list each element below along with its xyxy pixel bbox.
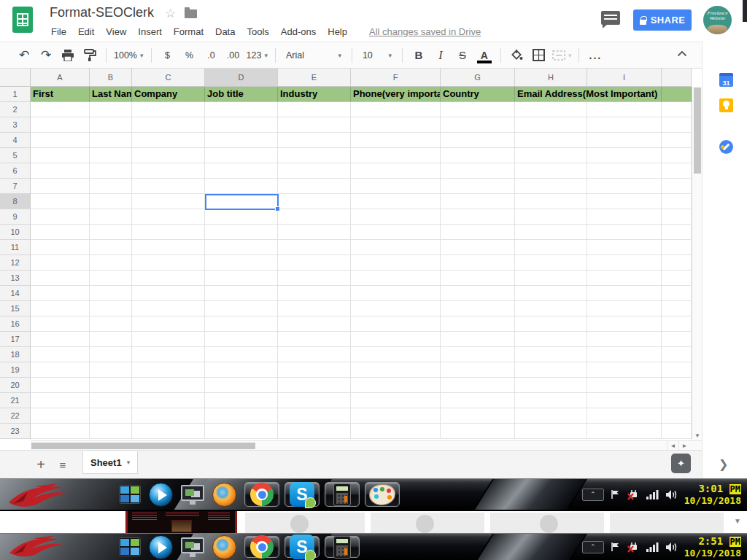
row-header-5[interactable]: 5: [0, 148, 31, 163]
cell-i12[interactable]: [587, 255, 662, 271]
cell-e12[interactable]: [278, 255, 351, 271]
selected-cell-d8[interactable]: [205, 194, 279, 210]
calculator-icon[interactable]: [325, 482, 360, 507]
cell-a13[interactable]: [31, 271, 90, 286]
cell-e16[interactable]: [278, 316, 351, 332]
cell-h14[interactable]: [515, 286, 587, 301]
sheets-logo-icon[interactable]: [12, 5, 34, 34]
cell-b8[interactable]: [90, 194, 132, 209]
cell-g21[interactable]: [441, 393, 515, 408]
cell-i10[interactable]: [587, 225, 662, 240]
cell-a5[interactable]: [31, 148, 90, 163]
cell-e5[interactable]: [278, 148, 351, 163]
menu-tools[interactable]: Tools: [241, 25, 274, 39]
cell-partial9[interactable]: [662, 209, 692, 225]
cell-e18[interactable]: [278, 347, 351, 362]
undo-button[interactable]: ↶: [15, 47, 33, 64]
cell-g15[interactable]: [441, 301, 515, 316]
cell-partial17[interactable]: [662, 332, 692, 347]
display-switch-icon[interactable]: [181, 537, 204, 557]
cell-i4[interactable]: [587, 133, 662, 148]
cell-e17[interactable]: [278, 332, 351, 347]
menu-file[interactable]: File: [45, 25, 72, 39]
skype-icon[interactable]: S: [285, 536, 320, 558]
cell-partial12[interactable]: [662, 255, 692, 271]
cell-a8[interactable]: [31, 194, 90, 209]
google-keep-icon[interactable]: [719, 98, 733, 112]
cell-partial10[interactable]: [662, 225, 692, 240]
cell-g22[interactable]: [441, 408, 515, 424]
cell-h19[interactable]: [515, 362, 587, 378]
saved-status-link[interactable]: All changes saved in Drive: [369, 26, 481, 37]
header-cell-e1[interactable]: Industry: [278, 87, 351, 102]
collapse-toolbar-button[interactable]: [677, 48, 687, 59]
decrease-decimal-button[interactable]: .0: [203, 47, 220, 64]
cell-partial2[interactable]: [662, 102, 692, 117]
cell-a22[interactable]: [31, 408, 90, 424]
cell-partial19[interactable]: [662, 362, 692, 378]
cell-i16[interactable]: [587, 316, 662, 332]
show-hidden-icons-button[interactable]: ⌃: [582, 541, 604, 553]
paint-palette-icon[interactable]: [365, 482, 400, 507]
strikethrough-button[interactable]: S: [454, 47, 471, 64]
cell-f14[interactable]: [351, 286, 441, 301]
row-header-4[interactable]: 4: [0, 133, 31, 148]
cell-c6[interactable]: [132, 163, 205, 179]
cell-d23[interactable]: [205, 424, 278, 439]
header-cell-c1[interactable]: Company: [132, 87, 205, 102]
cell-i15[interactable]: [587, 301, 662, 316]
star-icon[interactable]: ☆: [165, 6, 176, 21]
cell-partial3[interactable]: [662, 117, 692, 133]
cell-d19[interactable]: [205, 362, 278, 378]
cell-b18[interactable]: [90, 347, 132, 362]
firefox-icon[interactable]: [212, 483, 236, 507]
cell-e22[interactable]: [278, 408, 351, 424]
cell-partial7[interactable]: [662, 179, 692, 194]
google-calendar-icon[interactable]: 31: [719, 73, 733, 87]
cell-a18[interactable]: [31, 347, 90, 362]
volume-icon[interactable]: [665, 542, 678, 553]
column-header-d[interactable]: D: [205, 69, 278, 87]
cell-a23[interactable]: [31, 424, 90, 439]
cell-f5[interactable]: [351, 148, 441, 163]
chrome-icon[interactable]: [244, 536, 279, 558]
network-signal-icon[interactable]: [646, 542, 659, 552]
cell-g14[interactable]: [441, 286, 515, 301]
cell-d5[interactable]: [205, 148, 278, 163]
cell-a7[interactable]: [31, 179, 90, 194]
cell-d16[interactable]: [205, 316, 278, 332]
cell-c2[interactable]: [132, 102, 205, 117]
cell-f12[interactable]: [351, 255, 441, 271]
cell-h11[interactable]: [515, 240, 587, 255]
header-cell-partial[interactable]: [662, 87, 692, 102]
row-header-13[interactable]: 13: [0, 271, 31, 286]
power-plug-error-icon[interactable]: [627, 489, 640, 500]
zoom-select[interactable]: 100% ▾: [114, 47, 144, 64]
cell-a21[interactable]: [31, 393, 90, 408]
cell-partial6[interactable]: [662, 163, 692, 179]
cell-d4[interactable]: [205, 133, 278, 148]
cell-d14[interactable]: [205, 286, 278, 301]
cell-i17[interactable]: [587, 332, 662, 347]
row-header-6[interactable]: 6: [0, 163, 31, 179]
cell-d22[interactable]: [205, 408, 278, 424]
cell-c15[interactable]: [132, 301, 205, 316]
cell-d13[interactable]: [205, 271, 278, 286]
cell-a2[interactable]: [31, 102, 90, 117]
power-plug-error-icon[interactable]: [627, 542, 640, 553]
cell-f20[interactable]: [351, 378, 441, 393]
cell-e6[interactable]: [278, 163, 351, 179]
cell-h9[interactable]: [515, 209, 587, 225]
cell-b22[interactable]: [90, 408, 132, 424]
google-tasks-icon[interactable]: [719, 140, 733, 154]
sidebar-collapse-chevron[interactable]: ❯: [719, 457, 728, 471]
start-icon[interactable]: [119, 485, 141, 504]
cell-partial23[interactable]: [662, 424, 692, 439]
merge-cells-button[interactable]: ▾: [552, 47, 572, 64]
cell-h4[interactable]: [515, 133, 587, 148]
cell-a14[interactable]: [31, 286, 90, 301]
clock[interactable]: 2:51 PM 10/19/2018: [684, 536, 741, 559]
cell-h16[interactable]: [515, 316, 587, 332]
volume-icon[interactable]: [665, 489, 678, 500]
column-header-partial[interactable]: [662, 69, 692, 87]
